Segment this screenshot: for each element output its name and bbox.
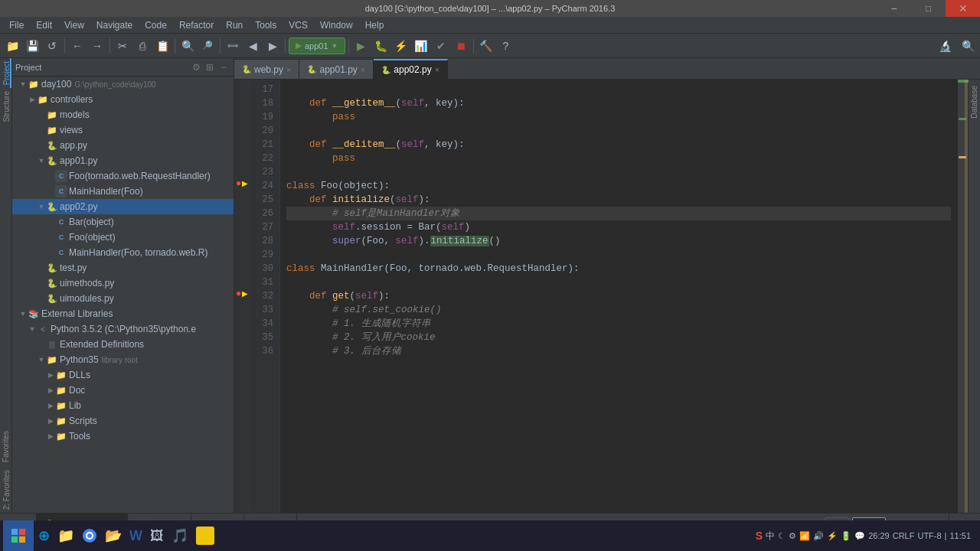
toolbar-open[interactable]: 📁 [3,37,21,55]
taskbar-ie[interactable]: ⊕ [35,522,53,549]
menu-refactor[interactable]: Refactor [173,18,220,32]
line-num-23: 23 [250,165,273,179]
tree-item-scripts[interactable]: ▶ 📁 Scripts [12,413,234,429]
toolbar-build[interactable]: 🔨 [477,37,495,55]
tree-item-mainhandler1[interactable]: ▶ C MainHandler(Foo) [12,184,234,199]
toolbar-search[interactable]: 🔍 [959,37,977,55]
taskbar-music[interactable]: 🎵 [168,522,191,549]
toolbar-profile[interactable]: 📊 [412,37,430,55]
minimize-btn[interactable]: − [877,0,911,17]
tree-item-lib[interactable]: ▶ 📁 Lib [12,398,234,413]
toolbar-find[interactable]: 🔍 [178,37,197,55]
toolbar-sync[interactable]: ↺ [43,37,61,55]
tab-close-webpy[interactable]: × [286,65,291,74]
menu-run[interactable]: Run [220,18,249,32]
toolbar-stop[interactable]: ⏹ [452,37,470,55]
expand-arrow: ▶ [46,432,55,440]
code-area[interactable]: def __getitem__(self, key): pass def __d… [280,80,957,513]
project-tab[interactable]: Project [0,58,11,88]
tree-item-mainhandler2[interactable]: ▶ C MainHandler(Foo, tornado.web.R) [12,245,234,260]
tree-item-extended-defs[interactable]: ▶ ||| Extended Definitions [12,337,234,352]
tree-item-ext-libs[interactable]: ▼ 📚 External Libraries [12,306,234,321]
tree-item-python352[interactable]: ▼ < Python 3.5.2 (C:\Python35\python.e [12,321,234,337]
toolbar-find2[interactable]: 🔎 [198,37,217,55]
tree-item-uimethods[interactable]: ▶ 🐍 uimethods.py [12,276,234,291]
menu-file[interactable]: File [3,18,30,32]
taskbar-files[interactable]: 📂 [102,522,125,549]
tree-item-bar-class[interactable]: ▶ C Bar(object) [12,214,234,230]
toolbar-run-btn[interactable]: ▶ [352,37,371,55]
toolbar-forward[interactable]: → [88,37,106,55]
toolbar-paste[interactable]: 📋 [153,37,172,55]
structure-tab[interactable]: Structure [0,88,11,126]
taskbar-chrome[interactable] [79,522,100,549]
tree-item-day100[interactable]: ▼ 📁 day100 G:\python_code\day100 [12,77,234,92]
taskbar-photos[interactable]: 🖼 [147,522,167,549]
tree-item-foo-class2[interactable]: ▶ C Foo(object) [12,230,234,245]
clock-extra: 26:29 [868,531,890,540]
tree-item-apppy[interactable]: ▶ 🐍 app.py [12,138,234,153]
database-tab[interactable]: Database [969,83,980,122]
toolbar-sep4 [220,38,220,54]
toolbar-inspect[interactable]: 🔬 [936,37,954,55]
maximize-btn[interactable]: □ [911,0,946,17]
tree-item-uimodules[interactable]: ▶ 🐍 uimodules.py [12,291,234,306]
tab-close-app01py[interactable]: × [361,65,365,74]
tree-label: Foo(tornado.web.RequestHandler) [69,171,211,181]
tree-item-controllers[interactable]: ▶ 📁 controllers [12,92,234,107]
menu-code[interactable]: Code [139,18,173,32]
tab-icon: 🐍 [381,66,390,74]
menu-navigate[interactable]: Navigate [90,18,139,32]
toolbar-sep6 [348,38,349,54]
menu-window[interactable]: Window [314,18,359,32]
panel-collapse-btn[interactable]: − [217,60,230,74]
favorites-tab[interactable]: Favorites [0,426,11,467]
tree-item-foo-class1[interactable]: ▶ C Foo(tornado.web.RequestHandler) [12,168,234,184]
toolbar-diff[interactable]: ⟺ [224,37,242,55]
tree-item-app01py[interactable]: ▼ 🐍 app01.py [12,153,234,168]
toolbar-next[interactable]: ▶ [263,37,282,55]
tray-icon4: ⚡ [827,531,838,541]
tree-item-models[interactable]: ▶ 📁 models [12,107,234,122]
tab-app01py[interactable]: 🐍 app01.py × [299,59,374,79]
tree-item-testpy[interactable]: ▶ 🐍 test.py [12,260,234,276]
menu-help[interactable]: Help [359,18,390,32]
menu-vcs[interactable]: VCS [283,18,314,32]
tab-icon: 🐍 [307,65,316,73]
panel-gear-btn[interactable]: ⚙ [189,60,203,74]
toolbar-cut[interactable]: ✂ [113,37,132,55]
tab-close-app02py[interactable]: × [435,65,439,74]
taskbar-folder[interactable]: 📁 [54,522,77,549]
close-btn[interactable]: ✕ [946,0,980,17]
taskbar-yellow[interactable] [193,522,217,549]
tree-item-app02py[interactable]: ▼ 🐍 app02.py [12,199,234,214]
toolbar-check[interactable]: ✔ [432,37,450,55]
menu-edit[interactable]: Edit [30,18,58,32]
toolbar-copy[interactable]: ⎙ [133,37,152,55]
toolbar-debug[interactable]: 🐛 [372,37,390,55]
toolbar-help[interactable]: ? [497,37,515,55]
tree-item-views[interactable]: ▶ 📁 views [12,122,234,138]
toolbar-back[interactable]: ← [68,37,87,55]
main-area: Project Structure Favorites 2: Favorites… [0,58,980,513]
gutter-31 [234,272,249,286]
run-config-dropdown[interactable]: ▶ app01 ▼ [289,37,345,54]
tree-item-doc[interactable]: ▶ 📁 Doc [12,383,234,398]
start-button[interactable] [3,520,34,551]
tray-icon5: 🔋 [841,531,851,541]
tree-item-tools[interactable]: ▶ 📁 Tools [12,429,234,444]
toolbar-save[interactable]: 💾 [23,37,41,55]
todo-tab2[interactable]: 2: Favorites [0,467,11,513]
toolbar-cover[interactable]: ⚡ [392,37,410,55]
taskbar-word[interactable]: W [126,522,145,549]
tree-item-python35[interactable]: ▼ 📁 Python35 library root [12,352,234,367]
menu-tools[interactable]: Tools [249,18,283,32]
panel-layout-btn[interactable]: ⊞ [203,60,217,74]
line-num-34: 34 [250,317,273,331]
tree-item-dlls[interactable]: ▶ 📁 DLLs [12,367,234,383]
tab-app02py[interactable]: 🐍 app02.py × [374,59,448,79]
toolbar-prev[interactable]: ◀ [243,37,262,55]
menu-view[interactable]: View [58,18,90,32]
side-tabs: Project Structure Favorites 2: Favorites [0,58,12,513]
tab-webpy[interactable]: 🐍 web.py × [234,59,299,79]
